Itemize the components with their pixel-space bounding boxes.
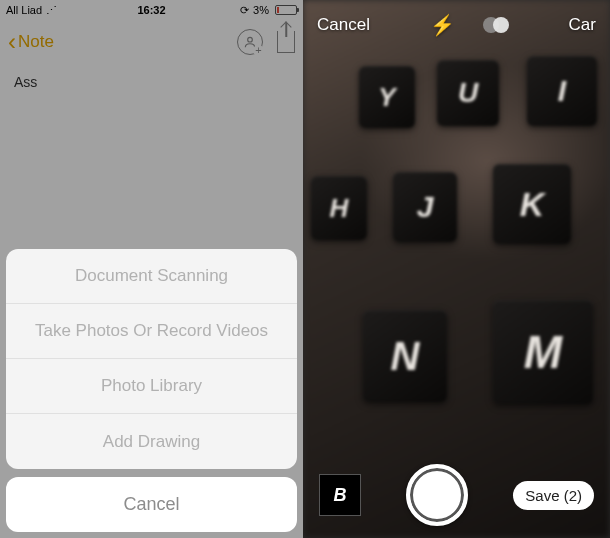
- recent-capture-thumbnail[interactable]: B: [319, 474, 361, 516]
- viewfinder-key: N: [363, 310, 447, 402]
- action-sheet: Document Scanning Take Photos Or Record …: [6, 249, 297, 532]
- viewfinder-key: M: [493, 300, 593, 404]
- viewfinder-key: K: [493, 164, 571, 244]
- save-button[interactable]: Save (2): [513, 481, 594, 510]
- sheet-cancel-button[interactable]: Cancel: [6, 477, 297, 532]
- camera-top-bar: Cancel ⚡ Car: [303, 0, 610, 50]
- sheet-take-photo-video[interactable]: Take Photos Or Record Videos: [6, 304, 297, 359]
- sheet-add-drawing[interactable]: Add Drawing: [6, 414, 297, 469]
- camera-cancel-button[interactable]: Cancel: [317, 15, 370, 35]
- camera-mode-label[interactable]: Car: [569, 15, 596, 35]
- sheet-photo-library[interactable]: Photo Library: [6, 359, 297, 414]
- shutter-button[interactable]: [406, 464, 468, 526]
- viewfinder-key: U: [437, 60, 499, 126]
- viewfinder-key: I: [527, 56, 597, 126]
- camera-scanner-screen: Y U I H J K N M Cancel ⚡ Car B Save (2): [303, 0, 610, 538]
- viewfinder-key: Y: [359, 66, 415, 128]
- notes-app-screen: All Liad ⋰ 16:32 ⟳ 3% ‹ Note Ass Documen…: [0, 0, 303, 538]
- viewfinder-key: J: [393, 172, 457, 242]
- camera-bottom-bar: B Save (2): [303, 464, 610, 526]
- sheet-document-scanning[interactable]: Document Scanning: [6, 249, 297, 304]
- viewfinder-key: H: [311, 176, 367, 240]
- filter-icon[interactable]: [483, 17, 509, 33]
- flash-icon[interactable]: ⚡: [430, 13, 455, 37]
